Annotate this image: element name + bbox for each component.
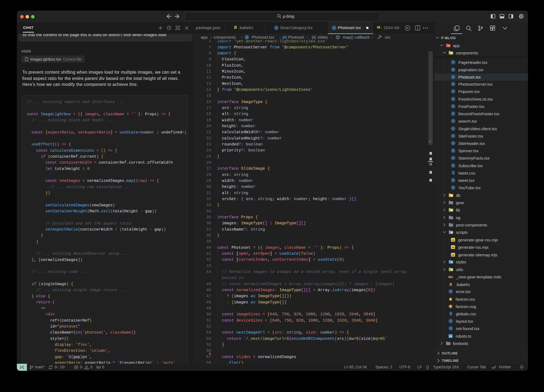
svg-text:JS: JS: [452, 254, 455, 256]
svg-text:M: M: [449, 275, 451, 279]
svg-text:JS: JS: [452, 246, 455, 249]
svg-text:B: B: [449, 282, 452, 287]
svg-text:TS: TS: [449, 335, 452, 338]
svg-text:JS: JS: [452, 239, 455, 241]
